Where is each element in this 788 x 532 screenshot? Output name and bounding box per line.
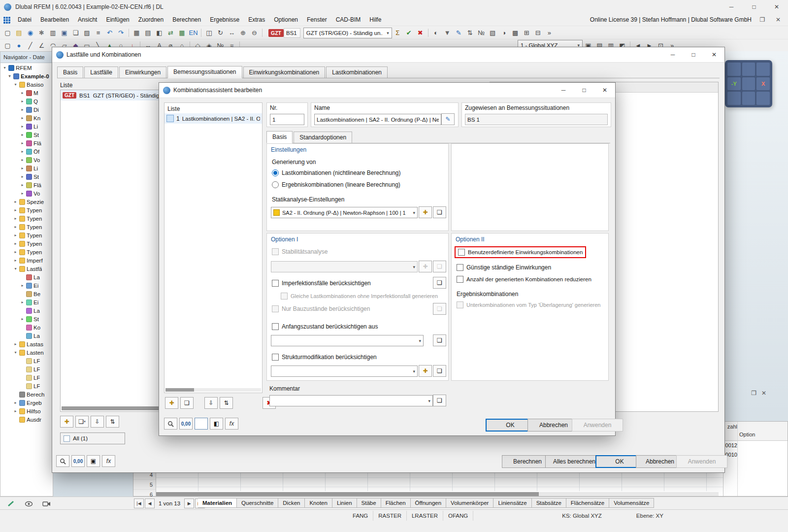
checkbox-icon[interactable]: [272, 280, 279, 287]
filter-icon[interactable]: ▼: [442, 28, 453, 38]
tree-item-ergebnisse[interactable]: ▸ Ergeb: [1, 399, 53, 407]
rename-icon[interactable]: ✎: [441, 113, 455, 125]
decimal-places-button[interactable]: 0,00: [71, 455, 85, 467]
tree-item-volumen[interactable]: ▸ Vo: [1, 156, 53, 164]
tree-expand-icon[interactable]: ▸: [13, 409, 18, 413]
wizard-list-item[interactable]: 1 Lastkombinationen | SA2 - II. Or: [164, 113, 262, 124]
stop-icon[interactable]: ✖: [415, 28, 426, 38]
tree-item-stabsaetze[interactable]: ▸ St: [1, 172, 53, 181]
numbering-icon[interactable]: №: [476, 28, 487, 38]
sort-down-icon[interactable]: ⇩: [91, 416, 104, 428]
table-view2-icon[interactable]: ▤: [142, 28, 154, 38]
tree-item-spezielle[interactable]: ▸ Spezie: [1, 198, 53, 206]
snap-toggle[interactable]: RASTER: [373, 511, 407, 521]
tree-item-berechnung[interactable]: Berech: [1, 390, 53, 399]
tree-item-flaechensaetze[interactable]: ▸ Flä: [1, 181, 53, 189]
table-tab[interactable]: Dicken: [278, 498, 305, 508]
tree-item-volumensaetze[interactable]: ▸ Vo: [1, 189, 53, 198]
clipboard-icon[interactable]: ▨: [81, 28, 93, 38]
new-analysis-icon[interactable]: ✚: [419, 206, 432, 218]
line-icon[interactable]: ╱: [25, 40, 36, 51]
table-tab[interactable]: Liniensätze: [493, 498, 531, 508]
dialog-tab[interactable]: Lastfälle: [84, 66, 118, 78]
search-icon[interactable]: [164, 418, 177, 430]
units-button[interactable]: ▣: [87, 455, 100, 467]
name-input[interactable]: Lastkombinationen | SA2 - II. Ordnung (P…: [314, 114, 441, 125]
formula-button[interactable]: fx: [225, 418, 238, 430]
tree-expand-icon[interactable]: ▾: [13, 266, 18, 271]
tree-item-lf3[interactable]: LF: [1, 373, 53, 382]
tree-item-typen-3[interactable]: ▸ Typen: [1, 223, 53, 231]
snap-toggle[interactable]: FANG: [348, 511, 373, 521]
radio-selected-icon[interactable]: [272, 169, 279, 176]
undo-icon[interactable]: ↶: [104, 28, 115, 38]
restore-child-icon[interactable]: ❐: [757, 16, 767, 23]
move-down-icon[interactable]: ⇩: [204, 397, 218, 409]
copy-icon[interactable]: ❏: [70, 28, 81, 38]
snap-toggle[interactable]: OFANG: [443, 511, 473, 521]
tree-item-lf-st[interactable]: ▸ St: [1, 315, 53, 323]
hatch-icon[interactable]: ▧: [487, 28, 498, 38]
notes-icon[interactable]: ≡: [93, 28, 104, 38]
rotate-view-icon[interactable]: ↻: [215, 28, 226, 38]
tree-item-querschnitte[interactable]: ▸ Q: [1, 97, 53, 105]
close-panel-icon[interactable]: ✕: [761, 390, 766, 397]
radio-ergebniskombinationen[interactable]: Ergebniskombinationen (lineare Berechnun…: [272, 181, 400, 188]
edit-modification-icon[interactable]: ❏: [433, 365, 446, 377]
strukturmodifikation-combo[interactable]: ▾: [271, 366, 418, 377]
table-tab[interactable]: Flächensätze: [566, 498, 609, 508]
tree-expand-icon[interactable]: ▸: [13, 250, 18, 254]
dialog-tab[interactable]: Basis: [266, 131, 293, 143]
navigation-cube[interactable]: -Y X: [725, 60, 772, 107]
horizontal-scrollbar[interactable]: [156, 492, 719, 496]
tree-item-staebe[interactable]: ▸ St: [1, 131, 53, 139]
tree-expand-icon[interactable]: ▸: [20, 149, 25, 154]
sort-icon[interactable]: ⇅: [106, 416, 119, 428]
tree-item-lf2[interactable]: LF: [1, 365, 53, 373]
dialog-title-bar[interactable]: Kombinationsassistent bearbeiten ─ □ ✕: [159, 83, 615, 98]
edit-icon[interactable]: ✎: [453, 28, 464, 38]
decimal-places-button[interactable]: 0,00: [179, 418, 193, 430]
overflow-icon[interactable]: »: [544, 28, 555, 38]
table-tab[interactable]: Linien: [332, 498, 357, 508]
scrollbar-thumb[interactable]: [156, 492, 539, 496]
pan-icon[interactable]: ↔: [226, 28, 237, 38]
guenstige-checkbox[interactable]: Günstige ständige Einwirkungen: [457, 264, 551, 271]
tree-expand-icon[interactable]: ▸: [13, 241, 18, 246]
tree-expand-icon[interactable]: ▸: [20, 283, 25, 288]
anfangszustand-checkbox[interactable]: Anfangszustand berücksichtigen aus: [272, 323, 378, 330]
mirror-icon[interactable]: ◑: [498, 28, 510, 38]
snap-icon[interactable]: ⊟: [532, 28, 544, 38]
tree-expand-icon[interactable]: ▾: [2, 66, 7, 70]
close-icon[interactable]: ✕: [765, 0, 788, 14]
new-item-icon[interactable]: ✚: [60, 416, 73, 428]
tree-expand-icon[interactable]: ▸: [20, 317, 25, 321]
new-model-icon[interactable]: ▢: [2, 28, 13, 38]
tree-item-typen-2[interactable]: ▸ Typen: [1, 214, 53, 223]
search-icon[interactable]: [56, 455, 69, 467]
menu-item[interactable]: Zuordnen: [134, 15, 168, 25]
tree-item-imperfektionen[interactable]: ▸ Imperf: [1, 256, 53, 265]
eye-icon[interactable]: [22, 499, 35, 509]
tree-item-lf-be[interactable]: Be: [1, 290, 53, 298]
table-view-icon[interactable]: ▦: [131, 28, 142, 38]
menu-item[interactable]: Berechnen: [168, 15, 205, 25]
tree-expand-icon[interactable]: ▸: [20, 99, 25, 103]
tree-item-lf-ei[interactable]: ▸ Ei: [1, 281, 53, 290]
tree-item-lf-la2[interactable]: La: [1, 306, 53, 315]
tree-item-lf-ei2[interactable]: ▸ Ei: [1, 298, 53, 306]
table-tab[interactable]: Stäbe: [357, 498, 381, 508]
tree-item-knoten[interactable]: ▸ Kn: [1, 114, 53, 122]
section-icon[interactable]: ◫: [203, 28, 215, 38]
tree-item-linien[interactable]: ▸ Li: [1, 122, 53, 131]
menu-item[interactable]: Hilfe: [365, 15, 386, 25]
save-icon[interactable]: ▣: [59, 28, 70, 38]
window-layout-icon[interactable]: ◧: [154, 28, 165, 38]
en-standard-icon[interactable]: EN: [188, 28, 199, 38]
table-tab[interactable]: Querschnitte: [237, 498, 278, 508]
tree-item-lf-la3[interactable]: La: [1, 332, 53, 340]
tree-item-flaechen[interactable]: ▸ Flä: [1, 139, 53, 147]
kommentar-combo[interactable]: ▾: [269, 395, 433, 406]
checkbox-icon[interactable]: [458, 249, 465, 256]
tree-expand-icon[interactable]: ▸: [20, 141, 25, 145]
